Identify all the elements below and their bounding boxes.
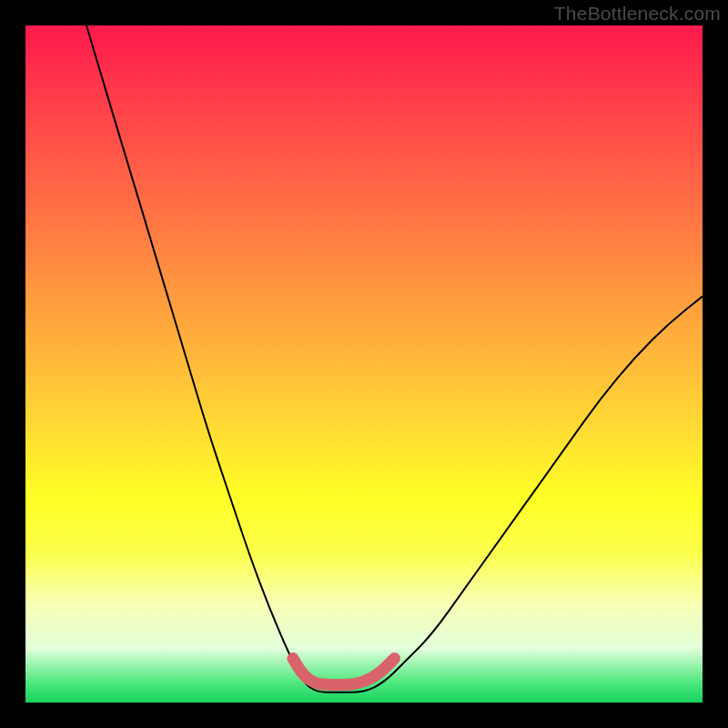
watermark-text: TheBottleneck.com [554,3,721,25]
outer-frame: TheBottleneck.com [0,0,728,728]
highlight-segment-path [293,659,395,685]
gradient-plot-area [25,25,703,703]
bottleneck-curve-path [86,25,703,693]
chart-svg [25,25,703,703]
